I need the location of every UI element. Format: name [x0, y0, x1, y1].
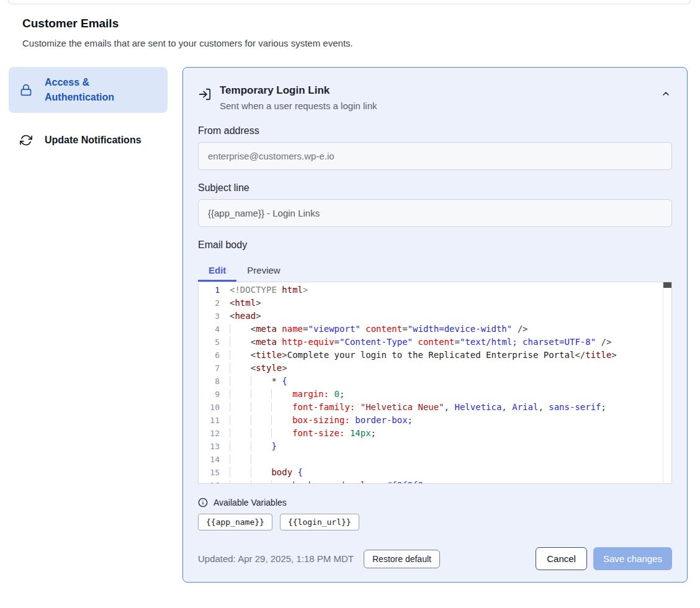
- available-variables-row: Available Variables: [198, 498, 672, 507]
- card-subtitle: Sent when a user requests a login link: [220, 99, 377, 113]
- previous-card-edge: [8, 0, 691, 4]
- info-icon: [198, 498, 208, 507]
- updated-timestamp: Updated: Apr 29, 2025, 1:18 PM MDT: [198, 553, 354, 564]
- email-body-label: Email body: [198, 239, 672, 251]
- line-number: 14: [199, 453, 220, 466]
- subject-line-label: Subject line: [198, 182, 672, 194]
- cancel-button[interactable]: Cancel: [536, 547, 587, 570]
- log-in-icon: [198, 87, 212, 101]
- from-address-input[interactable]: [198, 142, 672, 170]
- code-line: 7 <style>: [199, 362, 671, 375]
- code-line: 1<!DOCTYPE html>: [199, 284, 671, 297]
- line-number: 4: [199, 323, 220, 336]
- code-line: 2<html>: [199, 297, 671, 310]
- save-changes-button[interactable]: Save changes: [593, 547, 672, 570]
- sidebar-item-label: Access & Authentication: [45, 75, 158, 105]
- from-address-label: From address: [198, 125, 672, 136]
- refresh-icon: [20, 134, 32, 146]
- line-number: 5: [199, 336, 220, 349]
- tab-edit[interactable]: Edit: [198, 259, 236, 282]
- code-editor[interactable]: 1<!DOCTYPE html>2<html>3<head>4 <meta na…: [198, 282, 672, 484]
- line-number: 13: [199, 440, 220, 453]
- line-number: 7: [199, 362, 220, 375]
- code-line: 11 box-sizing: border-box;: [199, 414, 671, 427]
- code-line: 5 <meta http-equiv="Content-Type" conten…: [199, 336, 671, 349]
- chevron-up-icon: [661, 89, 672, 99]
- line-number: 11: [199, 414, 220, 427]
- editor-scrollbar: [663, 282, 671, 483]
- available-variables-label: Available Variables: [213, 498, 287, 507]
- card-title: Temporary Login Link: [220, 83, 377, 98]
- line-number: 16: [199, 479, 220, 484]
- variable-chip[interactable]: {{app_name}}: [198, 514, 272, 530]
- code-line: 8 * {: [199, 375, 671, 388]
- line-number: 12: [199, 427, 220, 440]
- card-header-text: Temporary Login Link Sent when a user re…: [220, 83, 377, 113]
- code-line: 9 margin: 0;: [199, 388, 671, 401]
- code-lines: 1<!DOCTYPE html>2<html>3<head>4 <meta na…: [199, 284, 671, 484]
- card-header: Temporary Login Link Sent when a user re…: [198, 83, 672, 113]
- sidebar: Access & Authentication Update Notificat…: [9, 67, 168, 156]
- editor-tabs: Edit Preview: [198, 259, 672, 282]
- line-number: 9: [199, 388, 220, 401]
- page-subtitle: Customize the emails that are sent to yo…: [22, 38, 700, 48]
- code-line: 16 background-color: #f9f9f9;: [199, 479, 671, 484]
- email-settings-card: Temporary Login Link Sent when a user re…: [182, 67, 688, 583]
- lock-icon: [20, 84, 32, 96]
- sidebar-item-access-authentication[interactable]: Access & Authentication: [9, 67, 168, 113]
- line-number: 2: [199, 297, 220, 310]
- subject-line-input[interactable]: [198, 199, 672, 227]
- variable-chips: {{app_name}}{{login_url}}: [198, 514, 672, 530]
- line-number: 10: [199, 401, 220, 414]
- collapse-button[interactable]: [661, 88, 672, 99]
- restore-default-button[interactable]: Restore default: [364, 550, 440, 568]
- line-number: 15: [199, 466, 220, 479]
- code-line: 13 }: [199, 440, 671, 453]
- line-number: 6: [199, 349, 220, 362]
- page-title: Customer Emails: [22, 17, 700, 30]
- line-number: 8: [199, 375, 220, 388]
- code-line: 6 <title>Complete your login to the Repl…: [199, 349, 671, 362]
- tab-preview[interactable]: Preview: [236, 259, 290, 282]
- code-line: 10 font-family: "Helvetica Neue", Helvet…: [199, 401, 671, 414]
- code-line: 4 <meta name="viewport" content="width=d…: [199, 323, 671, 336]
- code-line: 3<head>: [199, 310, 671, 323]
- variable-chip[interactable]: {{login_url}}: [280, 514, 359, 530]
- sidebar-item-update-notifications[interactable]: Update Notifications: [9, 125, 168, 156]
- line-number: 3: [199, 310, 220, 323]
- card-footer: Updated: Apr 29, 2025, 1:18 PM MDT Resto…: [198, 547, 672, 570]
- scrollbar-thumb[interactable]: [663, 282, 671, 288]
- sidebar-item-label: Update Notifications: [45, 133, 141, 148]
- code-line: 14: [199, 453, 671, 466]
- code-line: 15 body {: [199, 466, 671, 479]
- line-number: 1: [199, 284, 220, 297]
- main-layout: Access & Authentication Update Notificat…: [9, 67, 688, 583]
- code-line: 12 font-size: 14px;: [199, 427, 671, 440]
